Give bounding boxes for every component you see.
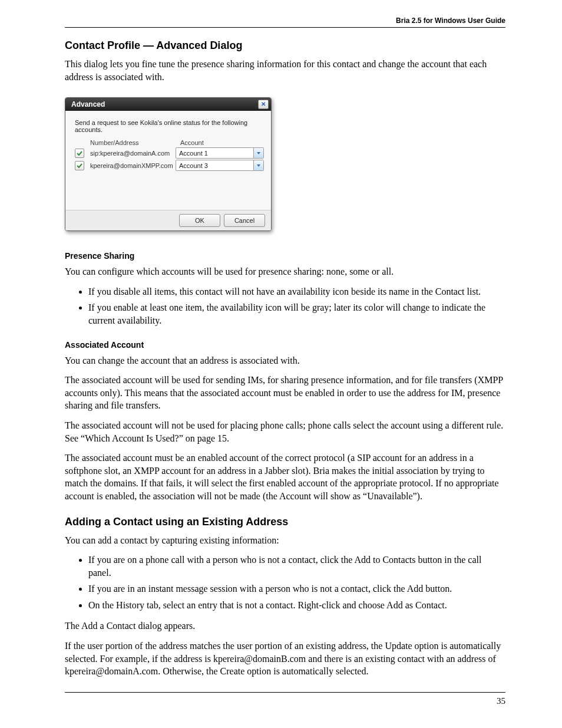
para-assoc-3: The associated account will not be used … <box>65 419 505 444</box>
account-select-2[interactable]: Account 3 <box>176 160 264 171</box>
list-item: If you enable at least one item, the ava… <box>88 301 505 327</box>
account-row: kpereira@domainXMPP.com Account 3 <box>75 160 264 171</box>
heading-presence-sharing: Presence Sharing <box>65 251 505 261</box>
address-cell: kpereira@domainXMPP.com <box>90 162 176 169</box>
account-select-value: Account 1 <box>176 150 253 157</box>
para-contact-profile-intro: This dialog lets you fine tune the prese… <box>65 58 505 83</box>
close-button[interactable]: ✕ <box>258 100 269 109</box>
list-item: If you are in an instant message session… <box>88 582 505 595</box>
account-select-value: Account 3 <box>176 162 253 169</box>
heading-adding-contact: Adding a Contact using an Existing Addre… <box>65 516 505 528</box>
checkbox-row-1[interactable] <box>75 149 84 158</box>
para-presence-1: You can configure which accounts will be… <box>65 265 505 278</box>
header-guide-title: Bria 2.5 for Windows User Guide <box>65 17 505 25</box>
ok-button[interactable]: OK <box>179 214 220 227</box>
check-icon <box>77 163 82 169</box>
page-number: 35 <box>65 696 505 706</box>
column-header-address: Number/Address <box>90 139 180 146</box>
list-item: If you are on a phone call with a person… <box>88 554 505 579</box>
dialog-instruction: Send a request to see Kokila's online st… <box>75 119 264 133</box>
chevron-down-icon <box>253 148 263 158</box>
checkbox-row-2[interactable] <box>75 161 84 170</box>
para-assoc-1: You can change the account that an addre… <box>65 354 505 367</box>
chevron-down-icon <box>253 160 263 170</box>
cancel-button[interactable]: Cancel <box>224 214 265 227</box>
footer-rule <box>65 692 505 693</box>
para-adding-2: The Add a Contact dialog appears. <box>65 620 505 633</box>
heading-contact-profile: Contact Profile — Advanced Dialog <box>65 39 505 52</box>
advanced-dialog: Advanced ✕ Send a request to see Kokila'… <box>65 97 272 231</box>
para-adding-3: If the user portion of the address match… <box>65 640 505 678</box>
account-row: sip:kpereira@domainA.com Account 1 <box>75 147 264 159</box>
list-item: On the History tab, select an entry that… <box>88 599 505 612</box>
list-item: If you disable all items, this contact w… <box>88 285 505 298</box>
dialog-titlebar[interactable]: Advanced ✕ <box>65 98 271 111</box>
check-icon <box>77 150 82 156</box>
address-cell: sip:kpereira@domainA.com <box>90 150 176 157</box>
column-header-account: Account <box>180 139 264 146</box>
close-icon: ✕ <box>261 101 266 107</box>
account-select-1[interactable]: Account 1 <box>176 147 264 159</box>
para-assoc-4: The associated account must be an enable… <box>65 452 505 502</box>
heading-associated-account: Associated Account <box>65 340 505 350</box>
header-rule <box>65 27 505 28</box>
para-assoc-2: The associated account will be used for … <box>65 374 505 412</box>
dialog-title: Advanced <box>71 100 105 108</box>
para-adding-1: You can add a contact by capturing exist… <box>65 534 505 547</box>
